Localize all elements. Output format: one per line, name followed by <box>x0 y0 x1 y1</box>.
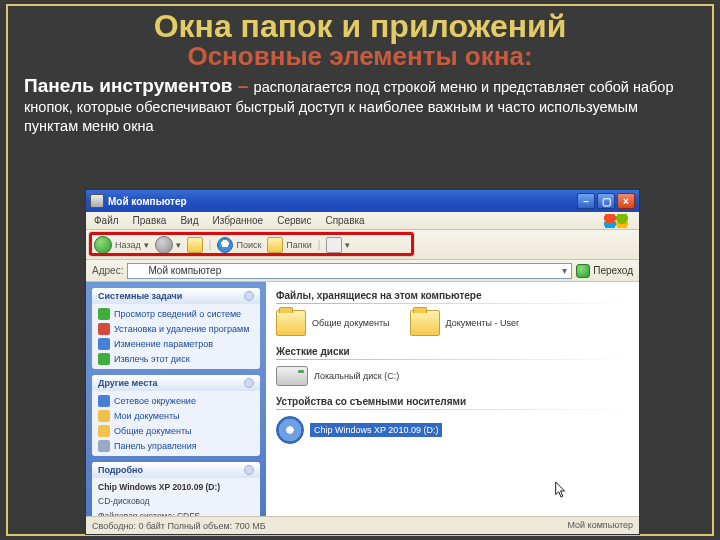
menu-help[interactable]: Справка <box>325 215 364 226</box>
forward-arrow-icon <box>155 236 173 254</box>
windows-logo-icon <box>601 214 631 228</box>
desc-dash: – <box>232 75 253 96</box>
computer-icon <box>132 265 144 277</box>
content-area: Системные задачи Просмотр сведений о сис… <box>86 282 639 516</box>
shared-icon <box>98 425 110 437</box>
place-item[interactable]: Панель управления <box>98 440 254 452</box>
task-item[interactable]: Установка и удаление программ <box>98 323 254 335</box>
slide-frame: Окна папок и приложений Основные элемент… <box>6 4 714 536</box>
search-icon <box>217 237 233 253</box>
status-bar: Свободно: 0 байт Полный объем: 700 МБ Мо… <box>86 516 639 534</box>
task-item[interactable]: Просмотр сведений о системе <box>98 308 254 320</box>
other-places-panel: Другие места Сетевое окружение Мои докум… <box>92 375 260 456</box>
section-header: Устройства со съемными носителями <box>276 396 629 407</box>
forward-button[interactable]: ▾ <box>155 236 181 254</box>
folder-item[interactable]: Общие документы <box>276 310 390 336</box>
programs-icon <box>98 323 110 335</box>
menu-file[interactable]: Файл <box>94 215 119 226</box>
folders-button[interactable]: Папки <box>267 237 311 253</box>
back-arrow-icon <box>94 236 112 254</box>
menu-tools[interactable]: Сервис <box>277 215 311 226</box>
panel-header: Системные задачи <box>98 291 182 301</box>
screenshot-window: Мой компьютер – ▢ × Файл Правка Вид Избр… <box>85 189 640 535</box>
panel-header: Подробно <box>98 465 143 475</box>
settings-icon <box>98 338 110 350</box>
main-area: Файлы, хранящиеся на этом компьютере Общ… <box>266 282 639 516</box>
folder-icon <box>410 310 440 336</box>
computer-icon <box>553 520 564 531</box>
details-panel: Подробно Chip Windows XP 2010.09 (D:) CD… <box>92 462 260 516</box>
slide-subtitle: Основные элементы окна: <box>8 41 712 72</box>
toolbar: Назад ▾ ▾ | Поиск Папки | ▾ <box>86 230 639 260</box>
mouse-cursor-icon <box>555 482 567 498</box>
window-titlebar: Мой компьютер – ▢ × <box>86 190 639 212</box>
drive-icon <box>276 366 308 386</box>
folders-icon <box>267 237 283 253</box>
computer-icon <box>90 194 104 208</box>
window-title: Мой компьютер <box>108 196 187 207</box>
chevron-icon[interactable] <box>244 465 254 475</box>
task-item[interactable]: Изменение параметров <box>98 338 254 350</box>
up-folder-icon <box>187 237 203 253</box>
details-line: Файловая система: CDFS <box>98 511 254 516</box>
window-controls: – ▢ × <box>577 193 635 209</box>
up-button[interactable] <box>187 237 203 253</box>
control-panel-icon <box>98 440 110 452</box>
search-button[interactable]: Поиск <box>217 237 261 253</box>
status-left: Свободно: 0 байт Полный объем: 700 МБ <box>92 521 266 531</box>
slide-description: Панель инструментов – располагается под … <box>8 72 712 135</box>
menu-favorites[interactable]: Избранное <box>212 215 263 226</box>
cd-icon <box>276 416 304 444</box>
views-button[interactable]: ▾ <box>326 237 350 253</box>
drive-item[interactable]: Локальный диск (C:) <box>276 366 399 386</box>
documents-icon <box>98 410 110 422</box>
address-input[interactable]: Мой компьютер ▾ <box>127 263 572 279</box>
go-button[interactable]: Переход <box>576 264 633 278</box>
address-bar: Адрес: Мой компьютер ▾ Переход <box>86 260 639 282</box>
section-header: Файлы, хранящиеся на этом компьютере <box>276 290 629 301</box>
back-button[interactable]: Назад ▾ <box>94 236 149 254</box>
cd-item[interactable]: Chip Windows XP 2010.09 (D:) <box>276 416 442 444</box>
views-icon <box>326 237 342 253</box>
details-line: Chip Windows XP 2010.09 (D:) <box>98 482 254 493</box>
folder-item[interactable]: Документы - User <box>410 310 519 336</box>
system-tasks-panel: Системные задачи Просмотр сведений о сис… <box>92 288 260 369</box>
section-header: Жесткие диски <box>276 346 629 357</box>
place-item[interactable]: Мои документы <box>98 410 254 422</box>
place-item[interactable]: Общие документы <box>98 425 254 437</box>
menu-edit[interactable]: Правка <box>133 215 167 226</box>
panel-header: Другие места <box>98 378 158 388</box>
network-icon <box>98 395 110 407</box>
slide-title: Окна папок и приложений <box>8 8 712 45</box>
chevron-icon[interactable] <box>244 378 254 388</box>
address-value: Мой компьютер <box>148 265 221 276</box>
address-label: Адрес: <box>92 265 123 276</box>
info-icon <box>98 308 110 320</box>
menu-view[interactable]: Вид <box>180 215 198 226</box>
maximize-button[interactable]: ▢ <box>597 193 615 209</box>
place-item[interactable]: Сетевое окружение <box>98 395 254 407</box>
eject-icon <box>98 353 110 365</box>
desc-lead: Панель инструментов <box>24 75 232 96</box>
go-icon <box>576 264 590 278</box>
menu-bar: Файл Правка Вид Избранное Сервис Справка <box>86 212 639 230</box>
details-line: CD-дисковод <box>98 496 254 507</box>
task-item[interactable]: Извлечь этот диск <box>98 353 254 365</box>
folder-icon <box>276 310 306 336</box>
selected-label: Chip Windows XP 2010.09 (D:) <box>310 423 442 437</box>
status-right: Мой компьютер <box>553 520 633 531</box>
minimize-button[interactable]: – <box>577 193 595 209</box>
close-button[interactable]: × <box>617 193 635 209</box>
side-panel: Системные задачи Просмотр сведений о сис… <box>86 282 266 516</box>
chevron-icon[interactable] <box>244 291 254 301</box>
